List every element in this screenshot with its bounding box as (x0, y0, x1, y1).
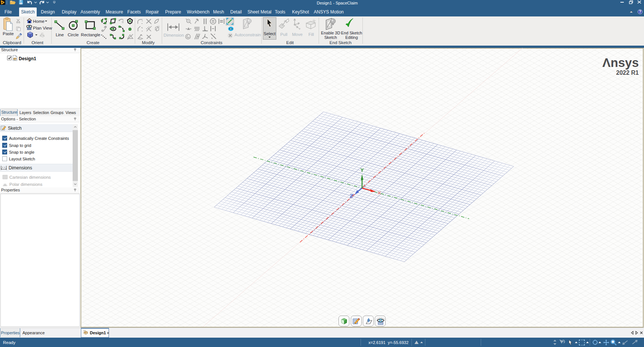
svg-text:x: x (2, 166, 3, 168)
svg-text:x: x (4, 166, 5, 168)
